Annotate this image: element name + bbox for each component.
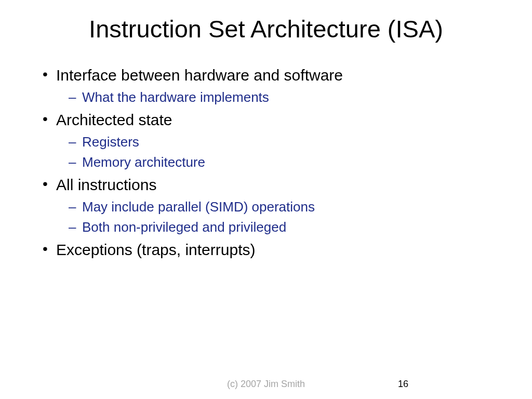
sub-bullet-text: Memory architecture: [82, 154, 205, 170]
bullet-list-level2: May include parallel (SIMD) operations B…: [69, 198, 506, 236]
bullet-list-level2: Registers Memory architecture: [69, 133, 506, 171]
list-item: Memory architecture: [69, 153, 506, 171]
list-item: May include parallel (SIMD) operations: [69, 198, 506, 216]
bullet-list-level2: What the hardware implements: [69, 88, 506, 107]
list-item: Both non-privileged and privileged: [69, 218, 506, 236]
slide-content: Interface between hardware and software …: [26, 65, 506, 260]
list-item: Exceptions (traps, interrupts): [41, 240, 506, 260]
copyright-text: (c) 2007 Jim Smith: [227, 379, 305, 390]
list-item: What the hardware implements: [69, 88, 506, 107]
list-item: Architected state Registers Memory archi…: [41, 110, 506, 171]
slide-title: Instruction Set Architecture (ISA): [26, 15, 506, 43]
slide-footer: (c) 2007 Jim Smith 16: [0, 379, 532, 390]
sub-bullet-text: May include parallel (SIMD) operations: [82, 199, 315, 215]
list-item: Interface between hardware and software …: [41, 65, 506, 107]
bullet-list-level1: Interface between hardware and software …: [41, 65, 506, 260]
bullet-text: Exceptions (traps, interrupts): [56, 241, 255, 258]
bullet-text: Interface between hardware and software: [56, 66, 343, 84]
sub-bullet-text: Both non-privileged and privileged: [82, 219, 286, 235]
list-item: All instructions May include parallel (S…: [41, 175, 506, 236]
slide: Instruction Set Architecture (ISA) Inter…: [0, 0, 532, 399]
list-item: Registers: [69, 133, 506, 151]
bullet-text: Architected state: [56, 111, 172, 128]
page-number: 16: [398, 379, 408, 390]
bullet-text: All instructions: [56, 176, 156, 193]
sub-bullet-text: What the hardware implements: [82, 89, 269, 105]
sub-bullet-text: Registers: [82, 134, 139, 150]
